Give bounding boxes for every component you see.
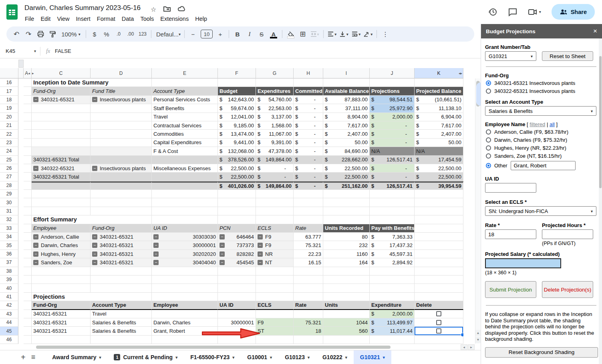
cell-A16[interactable] [24,78,32,87]
cell-K45[interactable] [415,327,463,335]
cell-K31[interactable] [415,207,463,215]
sheet-tab-menu-caret[interactable]: ▾ [99,355,101,360]
cell-E24[interactable]: F & A Cost [152,147,218,155]
cell-G27[interactable]: $- [256,173,294,181]
cell-A21[interactable] [24,121,32,130]
row-header-39[interactable]: 39 [0,276,18,284]
cell-K28[interactable]: $39,954.59 [415,181,463,190]
cell-A42[interactable] [24,301,32,310]
row-group-toggle[interactable] [18,60,24,68]
cell-F34[interactable]: −646464 [218,233,256,241]
cell-E25[interactable] [152,156,218,164]
cell-D17[interactable]: Fund Title [91,87,152,95]
row-header-24[interactable]: 24 [0,147,18,155]
cell-G37[interactable]: −NT [256,258,294,267]
cell-J32[interactable] [370,215,415,224]
cell-I31[interactable] [323,207,370,215]
cell-H19[interactable]: $- [294,104,323,113]
row-header-22[interactable]: 22 [0,130,18,138]
cell-E17[interactable]: Account Type [152,87,218,95]
cell-K46[interactable] [415,336,463,344]
cell-I39[interactable] [323,276,370,284]
sheet-tab-menu-caret[interactable]: ▾ [383,355,385,360]
cell-D25[interactable] [91,156,152,164]
collapse-minus-icon[interactable]: − [153,251,159,257]
cell-H24[interactable]: $- [294,147,323,155]
column-header-I[interactable]: I [323,68,370,78]
cell-J18[interactable]: $98,544.51 [370,96,415,104]
cell-D32[interactable] [91,215,152,224]
cell-J28[interactable]: $126,517.41 [370,181,415,190]
cell-K19[interactable]: $11,138.10 [415,104,463,113]
cell-D22[interactable] [91,130,152,138]
cell-H27[interactable]: $- [294,173,323,181]
reset-background-shading-button[interactable]: Reset Background Shading [485,347,598,358]
collapse-minus-icon[interactable]: − [92,251,97,257]
bold-button[interactable]: B [232,29,243,39]
cell-K20[interactable]: $6,904.00 [415,113,463,121]
cell-J31[interactable] [370,207,415,215]
add-sheet-button[interactable]: + [21,353,26,362]
cell-E21[interactable]: Contractual Services [152,121,218,130]
sheet-tab-menu-caret[interactable]: ▾ [308,355,310,360]
cell-C26[interactable]: −340322-65321 [32,164,91,173]
cell-A33[interactable] [24,224,32,233]
cell-F31[interactable] [218,207,256,215]
cell-H20[interactable]: $- [294,113,323,121]
cell-E29[interactable] [152,190,218,198]
collapse-minus-icon[interactable]: − [33,260,38,265]
account-type-select[interactable]: Salaries & Benefits▾ [485,106,596,116]
cell-A18[interactable] [24,96,32,104]
cell-G35[interactable]: −F9 [256,241,294,249]
row-header-30[interactable]: 30 [0,198,18,207]
cell-I28[interactable]: $251,162.00 [323,181,370,190]
column-header-F[interactable]: F [218,68,256,78]
cell-I20[interactable]: $8,904.00 [323,113,370,121]
sheet-tab-menu-caret[interactable]: ▾ [232,355,234,360]
cell-C21[interactable] [32,121,91,130]
cell-G17[interactable]: Expenditures [256,87,294,95]
ua-id-input[interactable] [485,183,536,193]
document-title[interactable]: Darwin, Charles Summary 2023-05-16 [24,4,141,12]
cell-G28[interactable]: $149,864.00 [256,181,294,190]
cell-I46[interactable] [323,336,370,344]
all-sheets-menu-button[interactable]: ≡ [31,353,36,362]
column-header-G[interactable]: G [256,68,294,78]
cell-C28[interactable] [32,181,91,190]
employee-option-other[interactable]: Other Grant, Robert [486,161,597,170]
cell-A17[interactable] [24,87,32,95]
cell-D21[interactable] [91,121,152,130]
cell-F26[interactable]: $22,500.00 [218,164,256,173]
cell-C43[interactable]: 340321-65321 [32,310,91,318]
cell-I34[interactable]: 80 [323,233,370,241]
cell-I43[interactable] [323,310,370,318]
cell-E19[interactable]: Staff Benefits [152,104,218,113]
cell-F21[interactable]: $9,185.00 [218,121,256,130]
cell-G39[interactable] [256,276,294,284]
cell-A24[interactable] [24,147,32,155]
cell-H46[interactable] [294,336,323,344]
cell-F29[interactable] [218,190,256,198]
cell-H37[interactable]: 16.15 [294,258,323,267]
cell-K35[interactable] [415,241,463,249]
cell-K21[interactable]: $7,617.00 [415,121,463,130]
cell-D38[interactable] [91,267,152,276]
cell-E40[interactable] [152,284,218,292]
cell-A37[interactable] [24,258,32,267]
text-color-button[interactable]: A [268,29,279,39]
sheet-tab-award-summary[interactable]: Award Summary▾ [46,350,107,364]
cell-E35[interactable]: −30000001 [152,241,218,249]
reset-to-sheet-button[interactable]: Reset to Sheet [542,51,593,61]
cell-C40[interactable] [32,284,91,292]
decrease-decimal-button[interactable]: .0 [113,29,124,39]
horizontal-scrollbar-thumb[interactable] [36,346,391,349]
cell-K36[interactable] [415,250,463,258]
row-header-40[interactable]: 40 [0,284,18,292]
menu-insert[interactable]: Insert [73,14,94,23]
fill-color-button[interactable] [286,29,296,39]
cell-K27[interactable]: $22,500.00 [415,173,463,181]
cell-D27[interactable] [91,173,152,181]
cell-J20[interactable]: $2,000.00 [370,113,415,121]
cell-H16[interactable] [294,78,323,87]
sheet-tab-g10001[interactable]: G10001▾ [241,350,278,364]
